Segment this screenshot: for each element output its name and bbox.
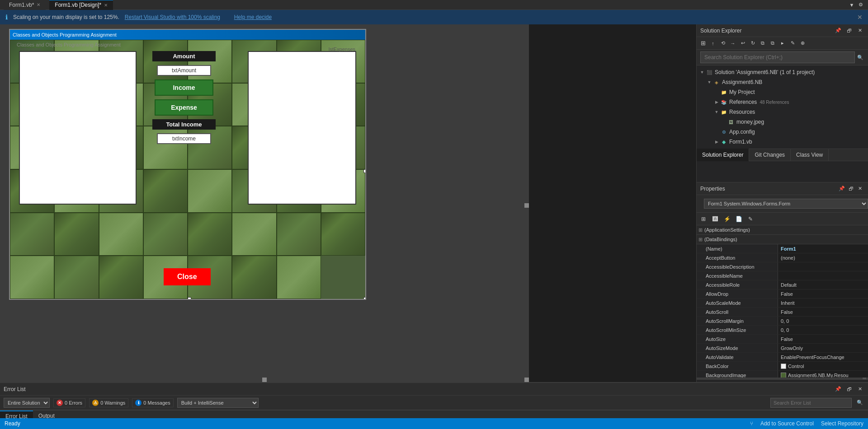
prop-value[interactable]: 0, 0 (778, 317, 868, 325)
tab-solution-explorer[interactable]: Solution Explorer (697, 149, 749, 161)
tab-class-view[interactable]: Class View (791, 149, 829, 161)
tree-project[interactable]: ▼ ◈ Assignment6.NB (697, 77, 868, 87)
income-button[interactable]: Income (155, 79, 213, 96)
scrollbar-thumb[interactable] (863, 378, 866, 379)
prop-value[interactable]: Control (778, 362, 868, 370)
props-proppage-btn[interactable]: 📄 (734, 214, 744, 224)
props-scrollbar[interactable] (697, 378, 868, 379)
error-pin-icon[interactable]: 📌 (834, 385, 843, 394)
prop-value[interactable]: (none) (778, 253, 868, 262)
close-icon[interactable]: ✕ (37, 2, 40, 7)
window-icon[interactable]: 🗗 (844, 26, 854, 35)
prop-value[interactable]: Form1 (778, 244, 868, 253)
error-search-input[interactable] (770, 398, 852, 408)
se-toolbar-btn-6[interactable]: ↻ (748, 39, 757, 48)
pin-icon[interactable]: 📌 (834, 26, 843, 35)
form-content[interactable]: Classes and Objects Programming Assignme… (10, 40, 365, 299)
select-repository[interactable]: Select Repository (821, 420, 863, 427)
error-window-icon[interactable]: 🗗 (844, 385, 854, 394)
prop-value[interactable]: 0, 0 (778, 326, 868, 334)
decide-link[interactable]: Help me decide (234, 14, 272, 20)
settings-icon[interactable]: ⚙ (857, 1, 864, 9)
add-to-source-control[interactable]: Add to Source Control (760, 420, 814, 427)
messages-button[interactable]: ℹ 0 Messages (132, 398, 173, 407)
props-extra-btn[interactable]: ✎ (745, 214, 755, 224)
lstexpenses-listbox[interactable] (248, 51, 356, 205)
close-icon[interactable]: ✕ (855, 184, 864, 193)
props-object-selector[interactable]: Form1 System.Windows.Forms.Form (704, 199, 868, 209)
prop-value[interactable]: EnablePreventFocusChange (778, 353, 868, 361)
se-toolbar-btn-9[interactable]: ▸ (778, 39, 787, 48)
expand-icon[interactable]: ▼ (713, 108, 720, 116)
restart-link[interactable]: Restart Visual Studio with 100% scaling (125, 14, 220, 20)
se-toolbar-btn-3[interactable]: ⟲ (718, 39, 727, 48)
prop-value[interactable]: False (778, 308, 868, 316)
group-label: (ApplicationSettings) (704, 227, 750, 233)
tab-git-changes[interactable]: Git Changes (749, 149, 791, 161)
expand-icon[interactable]: ▶ (713, 138, 720, 145)
expand-icon[interactable]: ▼ (698, 69, 706, 76)
resize-handle-bottom[interactable] (188, 297, 191, 299)
close-infobar-button[interactable]: ✕ (857, 14, 863, 21)
prop-group-header[interactable]: ⊞ (DataBindings) (697, 235, 868, 244)
props-categorized-btn[interactable]: ⊞ (698, 214, 708, 224)
tree-resources[interactable]: ▼ 📁 Resources (697, 107, 868, 117)
close-icon[interactable]: ✕ (855, 26, 864, 35)
error-search-icon[interactable]: 🔍 (855, 398, 864, 407)
lstincome-listbox[interactable] (19, 51, 137, 205)
props-events-btn[interactable]: ⚡ (722, 214, 732, 224)
expand-icon[interactable]: ▶ (713, 98, 720, 106)
expense-button[interactable]: Expense (155, 99, 213, 116)
prop-value[interactable] (778, 271, 868, 280)
window-icon[interactable]: 🗗 (846, 184, 855, 193)
prop-value[interactable]: False (778, 335, 868, 343)
canvas-resize-handle[interactable] (262, 378, 267, 382)
prop-value[interactable] (778, 262, 868, 271)
se-search-input[interactable] (700, 51, 855, 63)
prop-value[interactable]: GrowOnly (778, 344, 868, 352)
git-icon[interactable]: ⑂ (750, 420, 753, 427)
prop-value[interactable]: False (778, 289, 868, 298)
se-toolbar-btn-7[interactable]: ⧉ (758, 39, 767, 48)
dropdown-icon[interactable]: ▼ (848, 1, 855, 9)
build-intellisense-select[interactable]: Build + IntelliSense (177, 398, 259, 408)
tab-form1-design[interactable]: Form1.vb [Design]* ✕ (49, 0, 113, 10)
prop-value[interactable]: Assignment6.NB.My.Resou (778, 371, 868, 378)
tree-appconfig[interactable]: ⚙ App.config (697, 127, 868, 137)
pin-icon[interactable]: 📌 (837, 184, 846, 193)
expand-icon[interactable] (713, 89, 720, 96)
se-toolbar-btn-5[interactable]: ↩ (738, 39, 747, 48)
se-search-icon[interactable]: 🔍 (856, 53, 864, 62)
prop-value[interactable]: Inherit (778, 298, 868, 307)
tree-solution[interactable]: ▼ ⬛ Solution 'Assignment6.NB' (1 of 1 pr… (697, 67, 868, 77)
resize-handle-corner[interactable] (363, 297, 365, 299)
warnings-button[interactable]: ⚠ 0 Warnings (89, 398, 128, 407)
error-close-icon[interactable]: ✕ (855, 385, 864, 394)
tree-money-jpeg[interactable]: 🖼 money.jpeg (697, 117, 868, 127)
prop-row-accessibledesc: AccessibleDescription (697, 262, 868, 271)
tree-references[interactable]: ▶ 📚 References 48 References (697, 97, 868, 107)
se-toolbar-btn-11[interactable]: ⊕ (798, 39, 807, 48)
tab-form1-vb[interactable]: Form1.vb* ✕ (4, 0, 46, 10)
props-alphabetical-btn[interactable]: 🅰 (710, 214, 720, 224)
txtamount-input[interactable]: txtAmount (157, 65, 211, 76)
close-icon[interactable]: ✕ (104, 3, 108, 8)
canvas-right-handle[interactable] (524, 203, 529, 208)
expand-icon[interactable]: ▼ (706, 79, 713, 86)
prop-value[interactable]: Default (778, 280, 868, 289)
money-cell (277, 213, 321, 256)
se-toolbar-btn-8[interactable]: ⧉ (768, 39, 777, 48)
se-toolbar-btn-2[interactable]: ↑ (708, 39, 717, 48)
resize-handle-right[interactable] (363, 169, 365, 173)
txtincome-input[interactable]: txtIncome (157, 133, 211, 144)
se-toolbar-btn-1[interactable]: ⊞ (698, 39, 708, 48)
tree-form1vb[interactable]: ▶ ◆ Form1.vb (697, 137, 868, 147)
errors-button[interactable]: ✕ 0 Errors (53, 398, 85, 407)
prop-group-header[interactable]: ⊞ (ApplicationSettings) (697, 225, 868, 234)
canvas-corner-handle[interactable] (524, 378, 529, 382)
tree-myproject[interactable]: 📁 My Project (697, 87, 868, 97)
se-toolbar-btn-10[interactable]: ✎ (788, 39, 797, 48)
se-toolbar-btn-4[interactable]: → (728, 39, 737, 48)
close-button[interactable]: Close (164, 268, 211, 285)
error-filter-select[interactable]: Entire Solution (4, 398, 50, 408)
